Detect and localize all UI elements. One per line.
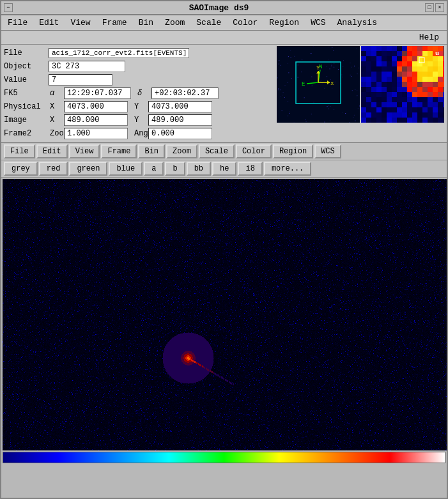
minimap-zoom[interactable] — [361, 46, 444, 123]
physical-x-value: 4073.000 — [64, 101, 128, 112]
object-value: 3C 273 — [49, 61, 125, 72]
colorscale-bar — [3, 452, 445, 463]
menu-scale[interactable]: Scale — [192, 17, 225, 29]
maximize-button[interactable]: □ — [425, 3, 434, 12]
delta-label: δ — [137, 89, 150, 98]
alpha-label: α — [50, 89, 63, 98]
file-value: acis_1712_corr_evt2.fits[EVENTS] — [49, 48, 189, 58]
frame2-label: Frame2 — [4, 129, 49, 138]
image-x-label: X — [50, 116, 63, 125]
menu-frame[interactable]: Frame — [98, 17, 131, 29]
close-button[interactable]: × — [435, 3, 444, 12]
menu-zoom[interactable]: Zoom — [161, 17, 189, 29]
alpha-value: 12:29:07.037 — [64, 88, 131, 99]
toolbar-file[interactable]: File — [4, 144, 35, 158]
toolbar-bin[interactable]: Bin — [138, 144, 165, 158]
image-y-label: Y — [134, 116, 147, 125]
toolbar-zoom[interactable]: Zoom — [166, 144, 197, 158]
file-label: File — [4, 49, 49, 58]
object-label: Object — [4, 62, 49, 71]
physical-y-label: Y — [134, 102, 147, 111]
menu-wcs[interactable]: WCS — [307, 17, 329, 29]
color-b[interactable]: b — [165, 162, 185, 176]
toolbar-scale[interactable]: Scale — [199, 144, 235, 158]
delta-value: +02:03:02.37 — [151, 88, 219, 99]
toolbar: File Edit View Frame Bin Zoom Scale Colo… — [1, 142, 447, 160]
ang-label: Ang — [134, 129, 147, 138]
color-blue[interactable]: blue — [109, 162, 143, 176]
image-x-value: 489.000 — [64, 114, 128, 126]
toolbar-view[interactable]: View — [69, 144, 100, 158]
image-y-value: 489.000 — [148, 114, 212, 126]
menu-edit[interactable]: Edit — [35, 17, 63, 29]
zoom-label: Zoom — [50, 129, 63, 138]
help-button[interactable]: Help — [415, 31, 443, 43]
image-label: Image — [4, 116, 49, 125]
menu-bar: File Edit View Frame Bin Zoom Scale Colo… — [1, 15, 447, 31]
physical-x-label: X — [50, 102, 63, 111]
fk5-label: FK5 — [4, 89, 49, 98]
menu-analysis[interactable]: Analysis — [334, 17, 381, 29]
physical-y-value: 4073.000 — [148, 101, 212, 112]
color-grey[interactable]: grey — [4, 162, 38, 176]
color-bb[interactable]: bb — [187, 162, 211, 176]
menu-file[interactable]: File — [4, 17, 31, 29]
physical-label: Physical — [4, 102, 49, 111]
menu-region[interactable]: Region — [265, 17, 303, 29]
color-a[interactable]: a — [144, 162, 164, 176]
minimize-button[interactable]: − — [4, 3, 13, 12]
color-green[interactable]: green — [69, 162, 107, 176]
toolbar-color[interactable]: Color — [236, 144, 272, 158]
menu-bin[interactable]: Bin — [135, 17, 157, 29]
main-image-canvas[interactable] — [3, 179, 447, 450]
zoom-value: 1.000 — [64, 128, 128, 139]
toolbar-frame[interactable]: Frame — [101, 144, 137, 158]
toolbar-wcs[interactable]: WCS — [314, 144, 341, 158]
value-label: Value — [4, 75, 49, 84]
toolbar-edit[interactable]: Edit — [36, 144, 68, 158]
ang-value: 0.000 — [148, 128, 212, 139]
menu-view[interactable]: View — [66, 17, 94, 29]
color-he[interactable]: he — [212, 162, 236, 176]
toolbar-region[interactable]: Region — [273, 144, 313, 158]
menu-color[interactable]: Color — [229, 17, 261, 29]
color-red[interactable]: red — [39, 162, 68, 176]
color-i8[interactable]: i8 — [238, 162, 262, 176]
minimap-navigation[interactable] — [277, 46, 360, 123]
window-title: SAOImage ds9 — [13, 3, 425, 13]
colorbar-row: grey red green blue a b bb he i8 more... — [1, 160, 447, 178]
color-more[interactable]: more... — [264, 162, 311, 176]
value-value: 7 — [49, 74, 112, 86]
